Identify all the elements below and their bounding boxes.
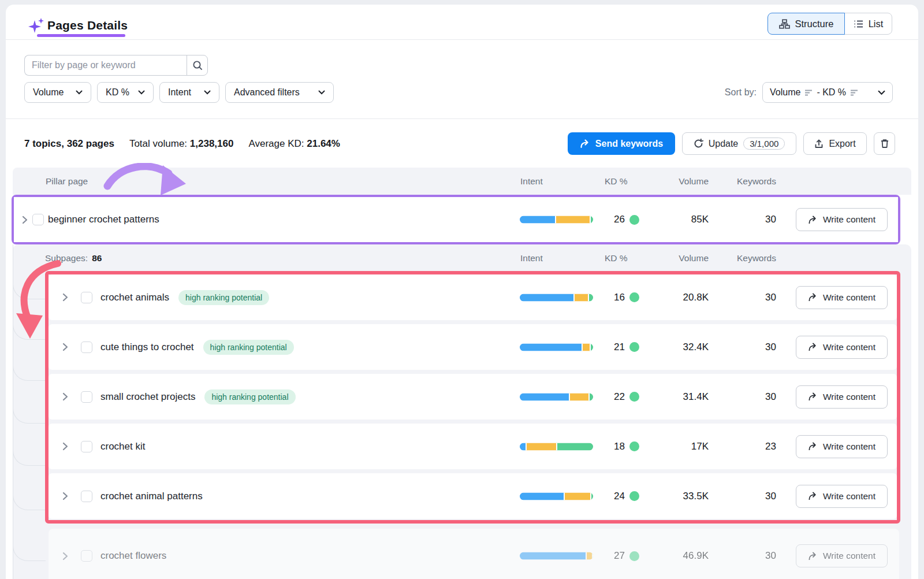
row-checkbox[interactable]: [81, 292, 92, 303]
chip-label: Volume: [33, 87, 64, 98]
update-quota-badge: 3/1,000: [743, 138, 785, 150]
subpage-row: crochet animal patterns 24 33.5K 30 Writ…: [49, 473, 897, 519]
chevron-right-icon[interactable]: [22, 216, 28, 224]
subpages-header: Subpages:86 Intent KD % Volume Keywords: [13, 244, 911, 272]
view-toggle-structure[interactable]: Structure: [767, 13, 845, 35]
write-content-button[interactable]: Write content: [796, 485, 888, 508]
write-content-label: Write content: [823, 441, 875, 452]
send-keywords-button[interactable]: Send keywords: [568, 132, 675, 155]
kd-value: 24: [596, 491, 625, 502]
summary-stats: 7 topics, 362 pages Total volume: 1,238,…: [24, 133, 340, 155]
send-arrow-icon: [580, 139, 590, 149]
write-content-label: Write content: [823, 292, 875, 303]
col-volume: Volume: [635, 244, 709, 272]
intent-bar: [520, 443, 593, 450]
chip-label: KD %: [106, 87, 129, 98]
sort-by-label: Sort by:: [699, 82, 757, 103]
volume-value: 33.5K: [635, 473, 709, 519]
write-content-button[interactable]: Write content: [796, 385, 888, 409]
write-arrow-icon: [808, 293, 818, 302]
sort-bars-icon: [804, 90, 813, 96]
write-content-button[interactable]: Write content: [796, 336, 888, 359]
filter-chip-advanced[interactable]: Advanced filters: [225, 82, 334, 103]
page-name[interactable]: crochet flowers: [100, 550, 166, 562]
search-button[interactable]: [187, 55, 208, 76]
write-content-button[interactable]: Write content: [796, 286, 888, 309]
write-content-button[interactable]: Write content: [796, 544, 888, 567]
page-name[interactable]: crochet animals: [100, 292, 169, 303]
filter-chip-kd[interactable]: KD %: [97, 82, 154, 103]
chip-label: Advanced filters: [234, 87, 300, 98]
write-arrow-icon: [808, 552, 818, 561]
total-volume-label: Total volume:: [129, 138, 187, 149]
chevron-down-icon: [878, 90, 885, 95]
page-name[interactable]: cute things to crochet: [100, 342, 194, 353]
send-keywords-label: Send keywords: [595, 139, 663, 149]
list-icon: [854, 20, 863, 28]
row-checkbox[interactable]: [81, 342, 92, 353]
chevron-down-icon: [76, 90, 83, 95]
intent-bar: [520, 216, 593, 224]
row-checkbox[interactable]: [81, 391, 92, 403]
keywords-value: 30: [709, 374, 776, 420]
kd-value: 16: [596, 292, 625, 303]
volume-value: 32.4K: [635, 324, 709, 370]
page-name[interactable]: beginner crochet patterns: [48, 214, 159, 225]
view-toggle-list[interactable]: List: [844, 13, 892, 35]
filter-chip-intent[interactable]: Intent: [159, 82, 219, 103]
delete-button[interactable]: [874, 132, 895, 155]
volume-value: 85K: [635, 197, 709, 242]
col-intent: Intent: [520, 244, 543, 272]
row-checkbox[interactable]: [81, 550, 92, 562]
chip-label: Intent: [168, 87, 191, 98]
page-name[interactable]: crochet animal patterns: [100, 491, 203, 502]
subpage-row: small crochet projects high ranking pote…: [49, 374, 897, 420]
kd-value: 22: [596, 391, 625, 403]
search-input[interactable]: [24, 55, 187, 76]
row-checkbox[interactable]: [32, 214, 44, 225]
total-volume-value: 1,238,160: [190, 138, 234, 149]
volume-value: 31.4K: [635, 374, 709, 420]
list-label: List: [869, 18, 884, 29]
pillar-row: beginner crochet patterns 26 85K 30 Writ…: [14, 197, 898, 242]
row-checkbox[interactable]: [81, 491, 92, 502]
sparkles-icon: [28, 17, 45, 34]
sort-by-select[interactable]: Volume - KD %: [762, 82, 893, 103]
page-name[interactable]: crochet kit: [100, 441, 145, 452]
subpage-row: crochet kit 18 17K 23 Write content: [49, 424, 897, 469]
filters-divider: [6, 118, 918, 119]
write-content-button[interactable]: Write content: [796, 208, 888, 231]
write-content-label: Write content: [823, 491, 875, 502]
intent-bar: [520, 552, 593, 560]
keywords-value: 30: [709, 529, 776, 579]
write-content-button[interactable]: Write content: [796, 435, 888, 458]
volume-value: 20.8K: [635, 274, 709, 320]
write-arrow-icon: [808, 442, 818, 451]
pages-details-card: Pages Details Structure List Volume KD %…: [6, 5, 918, 579]
pillar-highlight-box: beginner crochet patterns 26 85K 30 Writ…: [12, 195, 900, 244]
sitemap-icon: [779, 19, 790, 29]
filter-chip-volume[interactable]: Volume: [24, 82, 91, 103]
chevron-right-icon[interactable]: [62, 293, 68, 302]
keywords-value: 23: [709, 424, 776, 469]
keywords-value: 30: [709, 473, 776, 519]
ranking-badge: high ranking potential: [204, 389, 295, 404]
chevron-right-icon[interactable]: [62, 442, 68, 451]
chevron-right-icon[interactable]: [62, 343, 68, 351]
volume-value: 46.9K: [635, 529, 709, 579]
chevron-right-icon[interactable]: [62, 392, 68, 401]
page-name[interactable]: small crochet projects: [100, 391, 195, 403]
subpage-row: crochet animals high ranking potential 1…: [49, 274, 897, 320]
chevron-right-icon[interactable]: [62, 492, 68, 500]
refresh-icon: [694, 139, 703, 149]
keywords-value: 30: [709, 197, 776, 242]
chevron-right-icon[interactable]: [62, 552, 68, 561]
col-pillar-page: Pillar page: [46, 168, 88, 195]
ranking-badge: high ranking potential: [178, 290, 269, 305]
chevron-down-icon: [204, 90, 211, 95]
update-button[interactable]: Update 3/1,000: [682, 132, 796, 155]
write-arrow-icon: [808, 492, 818, 500]
row-checkbox[interactable]: [81, 441, 92, 452]
export-button[interactable]: Export: [803, 132, 867, 155]
sort-primary: Volume: [770, 87, 800, 98]
